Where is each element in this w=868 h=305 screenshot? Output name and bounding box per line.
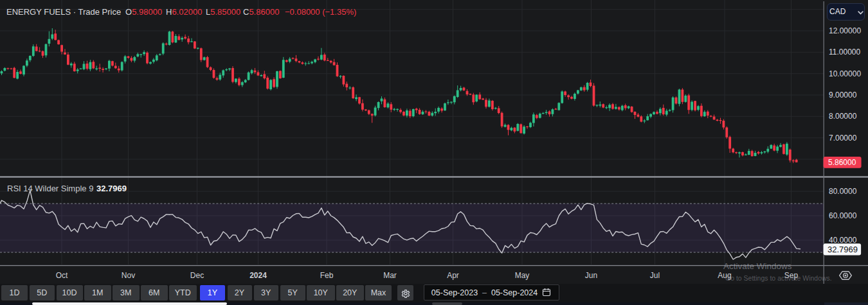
svg-text:Nov: Nov	[122, 271, 135, 280]
svg-text:Feb: Feb	[320, 271, 334, 280]
svg-text:Dec: Dec	[190, 271, 204, 280]
svg-text:10.00000: 10.00000	[829, 69, 861, 78]
svg-text:Apr: Apr	[447, 271, 459, 280]
svg-text:May: May	[515, 271, 530, 280]
svg-text:11.00000: 11.00000	[829, 48, 860, 57]
svg-text:Jun: Jun	[585, 271, 597, 280]
svg-text:40.0000: 40.0000	[829, 236, 857, 245]
svg-text:Mar: Mar	[383, 271, 397, 280]
svg-text:5.86000: 5.86000	[828, 158, 856, 167]
svg-text:80.0000: 80.0000	[829, 187, 857, 196]
svg-text:Oct: Oct	[56, 271, 68, 280]
svg-text:Jul: Jul	[650, 271, 660, 280]
svg-text:12.00000: 12.00000	[829, 26, 861, 35]
svg-text:32.7969: 32.7969	[827, 245, 858, 254]
svg-text:8.00000: 8.00000	[829, 112, 857, 121]
svg-text:9.00000: 9.00000	[829, 91, 857, 100]
svg-text:2024: 2024	[249, 271, 267, 280]
svg-text:60.0000: 60.0000	[829, 211, 857, 220]
svg-text:7.00000: 7.00000	[829, 134, 857, 143]
